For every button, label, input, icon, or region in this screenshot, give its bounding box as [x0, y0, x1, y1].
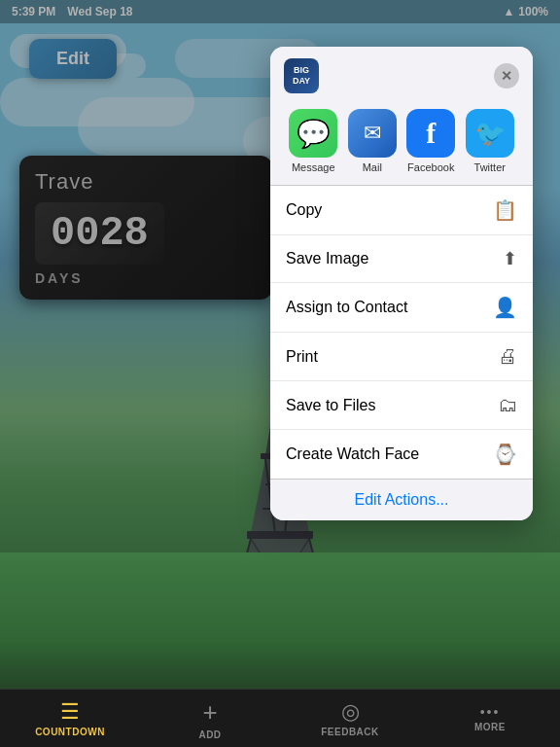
print-label: Print [286, 348, 318, 366]
share-save-image-item[interactable]: Save Image ⬆ [270, 235, 533, 283]
share-app-message[interactable]: 💬 Message [289, 109, 337, 173]
assign-contact-label: Assign to Contact [286, 299, 407, 316]
tab-more[interactable]: ••• MORE [420, 704, 560, 732]
twitter-label: Twitter [474, 161, 506, 173]
share-watch-face-item[interactable]: Create Watch Face ⌚ [270, 430, 533, 479]
tab-countdown[interactable]: ☰ COUNTDOWN [0, 699, 140, 737]
tab-feedback[interactable]: ◎ FEEDBACK [280, 699, 420, 737]
share-print-item[interactable]: Print 🖨 [270, 333, 533, 381]
share-menu: Copy 📋 Save Image ⬆ Assign to Contact 👤 … [270, 186, 533, 479]
countdown-tab-icon: ☰ [60, 699, 80, 725]
message-label: Message [292, 161, 335, 173]
watch-face-icon: ⌚ [493, 443, 517, 466]
edit-actions-label: Edit Actions... [355, 491, 449, 508]
save-files-label: Save to Files [286, 397, 375, 414]
countdown-tab-label: COUNTDOWN [35, 727, 105, 737]
assign-contact-icon: 👤 [493, 296, 517, 319]
mail-label: Mail [363, 161, 382, 173]
share-header: BIGDAY ✕ [270, 47, 533, 101]
share-copy-item[interactable]: Copy 📋 [270, 186, 533, 235]
share-app-mail[interactable]: ✉ Mail [348, 109, 397, 173]
tab-add[interactable]: + ADD [140, 697, 280, 740]
share-app-facebook[interactable]: f Facebook [406, 109, 455, 173]
mail-icon: ✉ [348, 109, 397, 158]
copy-icon: 📋 [493, 198, 517, 222]
save-files-icon: 🗂 [498, 394, 517, 416]
share-assign-contact-item[interactable]: Assign to Contact 👤 [270, 283, 533, 333]
save-image-icon: ⬆ [503, 248, 517, 269]
watch-face-label: Create Watch Face [286, 445, 419, 463]
message-icon: 💬 [289, 109, 337, 158]
more-tab-icon: ••• [480, 704, 501, 720]
twitter-icon: 🐦 [466, 109, 514, 158]
facebook-label: Facebook [407, 161, 454, 173]
feedback-tab-icon: ◎ [341, 699, 360, 725]
edit-actions-link[interactable]: Edit Actions... [270, 480, 533, 520]
feedback-tab-label: FEEDBACK [321, 727, 379, 737]
share-app-twitter[interactable]: 🐦 Twitter [466, 109, 514, 173]
copy-label: Copy [286, 201, 322, 219]
tab-bar: ☰ COUNTDOWN + ADD ◎ FEEDBACK ••• MORE [0, 689, 560, 747]
add-tab-icon: + [202, 697, 217, 728]
share-app-icon: BIGDAY [284, 58, 319, 93]
share-apps-row: 💬 Message ✉ Mail f Facebook 🐦 Twitter [270, 101, 533, 185]
add-tab-label: ADD [198, 729, 221, 740]
more-tab-label: MORE [474, 722, 506, 732]
facebook-icon: f [406, 109, 455, 158]
share-sheet: BIGDAY ✕ 💬 Message ✉ Mail f Facebook 🐦 T… [270, 47, 533, 520]
save-image-label: Save Image [286, 250, 368, 267]
share-save-files-item[interactable]: Save to Files 🗂 [270, 381, 533, 430]
share-close-button[interactable]: ✕ [494, 63, 519, 89]
print-icon: 🖨 [498, 345, 517, 368]
